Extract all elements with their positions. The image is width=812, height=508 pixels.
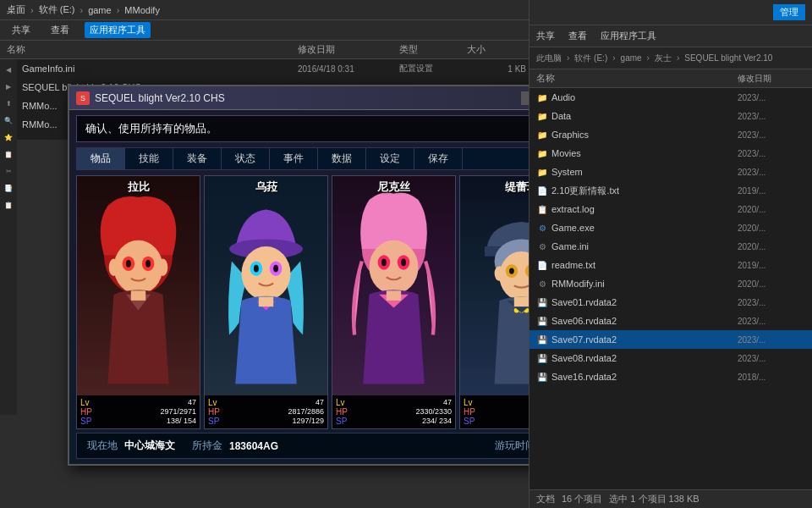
svg-point-10 bbox=[242, 246, 291, 301]
right-row-save01[interactable]: 💾 Save01.rvdata2 2023/... bbox=[529, 293, 812, 312]
character-card-3[interactable]: 尼克丝 bbox=[332, 175, 456, 429]
file-gameinfo-type: 配置设置 bbox=[399, 63, 467, 75]
dat-icon-save16: 💾 bbox=[536, 371, 548, 383]
nav-icon-4[interactable]: 🔍 bbox=[2, 113, 15, 127]
nav-icon-6[interactable]: 📋 bbox=[2, 147, 15, 161]
menu-item-event[interactable]: 事件 bbox=[270, 148, 318, 169]
dat-icon-save07: 💾 bbox=[536, 334, 548, 345]
svg-rect-35 bbox=[514, 297, 529, 307]
right-row-save07[interactable]: 💾 Save07.rvdata2 2023/... bbox=[529, 330, 812, 349]
right-row-extract[interactable]: 📋 extract.log 2020/... bbox=[529, 200, 812, 218]
svg-rect-15 bbox=[259, 297, 273, 307]
character-card-1[interactable]: 拉比 bbox=[76, 175, 200, 429]
right-file-header: 名称 修改日期 bbox=[529, 69, 812, 88]
right-date-rmmodify: 2020/... bbox=[738, 279, 805, 289]
addr-drive[interactable]: 软件 (E:) bbox=[39, 3, 75, 16]
nav-icon-8[interactable]: 📑 bbox=[2, 181, 15, 195]
nav-icon-5[interactable]: ⭐ bbox=[2, 130, 15, 144]
col-name-label: 名称 bbox=[7, 43, 298, 56]
char-hp-val-1: 2971/2971 bbox=[160, 407, 196, 417]
exe-icon-game: ⚙ bbox=[536, 222, 548, 234]
right-file-list[interactable]: 📁 Audio 2023/... 📁 Data 2023/... 📁 Graph… bbox=[529, 88, 812, 489]
right-apptools-btn[interactable]: 应用程序工具 bbox=[601, 30, 656, 42]
nav-icon-9[interactable]: 📋 bbox=[2, 198, 15, 212]
right-file-graphics: Graphics bbox=[551, 130, 734, 140]
right-date-system: 2023/... bbox=[738, 168, 805, 177]
char-hp-val-3: 2330/2330 bbox=[415, 407, 452, 417]
addr-desktop[interactable]: 桌面 bbox=[7, 3, 25, 16]
right-row-save08[interactable]: 💾 Save08.rvdata2 2023/... bbox=[529, 349, 812, 367]
game-window: S SEQUEL blight Ver2.10 CHS － □ ✕ 确认、使用所… bbox=[68, 85, 592, 466]
nav-icon-7[interactable]: ✂ bbox=[2, 164, 15, 178]
file-gameinfo-date: 2016/4/18 0:31 bbox=[298, 64, 399, 74]
app-tools-btn[interactable]: 应用程序工具 bbox=[85, 22, 151, 38]
svg-point-20 bbox=[381, 259, 387, 267]
right-address-bar[interactable]: 此电脑 › 软件 (E:) › game › 灰士 › SEQUEL bligh… bbox=[529, 47, 812, 69]
right-row-graphics[interactable]: 📁 Graphics 2023/... bbox=[529, 125, 812, 144]
right-date-gameini: 2020/... bbox=[738, 242, 805, 251]
nav-icon-1[interactable]: ◀ bbox=[2, 63, 15, 76]
gold-item: 所持金 183604AG bbox=[192, 439, 278, 453]
right-row-data[interactable]: 📁 Data 2023/... bbox=[529, 107, 812, 125]
menu-item-status[interactable]: 状态 bbox=[222, 148, 270, 169]
right-file-rmmodify: RMModify.ini bbox=[551, 279, 734, 289]
char-hp-label-1: HP bbox=[80, 407, 92, 417]
character-card-2[interactable]: 乌菈 bbox=[204, 175, 328, 429]
right-row-movies[interactable]: 📁 Movies 2023/... bbox=[529, 144, 812, 163]
char-sp-label-4: SP bbox=[464, 417, 475, 426]
top-address-bar[interactable]: 桌面 › 软件 (E:) › game › MModify bbox=[0, 0, 533, 20]
right-file-save16: Save16.rvdata2 bbox=[551, 372, 734, 382]
txt-icon-readme: 📄 bbox=[536, 259, 548, 271]
right-row-save06[interactable]: 💾 Save06.rvdata2 2023/... bbox=[529, 312, 812, 330]
right-row-rmmodify[interactable]: ⚙ RMModify.ini 2020/... bbox=[529, 274, 812, 293]
game-titlebar: S SEQUEL blight Ver2.10 CHS － □ ✕ bbox=[69, 86, 590, 110]
right-date-audio: 2023/... bbox=[738, 93, 805, 102]
right-row-gameini[interactable]: ⚙ Game.ini 2020/... bbox=[529, 237, 812, 256]
char-sp-label-1: SP bbox=[80, 417, 91, 426]
char-portrait-1: 拉比 bbox=[77, 176, 200, 395]
gold-label: 所持金 bbox=[192, 439, 222, 453]
menu-item-data[interactable]: 数据 bbox=[318, 148, 366, 169]
right-date-save01: 2023/... bbox=[738, 298, 805, 307]
char-hp-label-2: HP bbox=[208, 407, 220, 417]
menu-item-settings[interactable]: 设定 bbox=[366, 148, 414, 169]
addr-game[interactable]: game bbox=[88, 5, 112, 15]
right-share-btn[interactable]: 共享 bbox=[536, 30, 555, 42]
folder-icon-graphics: 📁 bbox=[536, 129, 548, 141]
char-sp-val-1: 138/ 154 bbox=[167, 417, 196, 426]
menu-item-save[interactable]: 保存 bbox=[414, 148, 463, 169]
char-lv-val-2: 47 bbox=[315, 398, 324, 407]
char-name-3: 尼克丝 bbox=[332, 179, 455, 195]
right-row-gameexe[interactable]: ⚙ Game.exe 2020/... bbox=[529, 218, 812, 237]
char-lv-label-2: Lv bbox=[208, 398, 217, 407]
nav-icon-3[interactable]: ⬆ bbox=[2, 97, 15, 110]
file-row-gameinfo[interactable]: ⚙ GameInfo.ini 2016/4/18 0:31 配置设置 1 KB bbox=[0, 59, 533, 78]
right-file-save08: Save08.rvdata2 bbox=[551, 353, 734, 363]
menu-item-equip[interactable]: 装备 bbox=[173, 148, 222, 169]
right-row-audio[interactable]: 📁 Audio 2023/... bbox=[529, 88, 812, 107]
game-window-title: SEQUEL blight Ver2.10 CHS bbox=[95, 92, 516, 104]
svg-point-28 bbox=[509, 268, 514, 273]
right-row-readme[interactable]: 📄 readme.txt 2019/... bbox=[529, 256, 812, 274]
manage-button[interactable]: 管理 bbox=[773, 4, 805, 20]
char-lv-val-3: 47 bbox=[443, 398, 452, 407]
char-hp-label-3: HP bbox=[336, 407, 348, 417]
right-date-notes: 2019/... bbox=[738, 186, 805, 196]
right-row-system[interactable]: 📁 System 2023/... bbox=[529, 163, 812, 181]
right-inner-toolbar: 共享 查看 应用程序工具 bbox=[529, 25, 812, 47]
char-stats-2: Lv 47 HP 2817/2886 SP 1297/129 bbox=[205, 395, 327, 428]
svg-point-17 bbox=[370, 240, 419, 295]
right-row-notes[interactable]: 📄 2.10更新情報.txt 2019/... bbox=[529, 181, 812, 200]
menu-item-items[interactable]: 物品 bbox=[77, 148, 125, 169]
file-gameinfo-name: GameInfo.ini bbox=[22, 64, 74, 74]
addr-mmodify[interactable]: MModify bbox=[124, 5, 160, 15]
svg-point-13 bbox=[254, 265, 259, 273]
location-item: 现在地 中心城海文 bbox=[87, 439, 175, 453]
share-btn[interactable]: 共享 bbox=[7, 22, 36, 38]
svg-point-7 bbox=[158, 259, 168, 276]
right-row-save16[interactable]: 💾 Save16.rvdata2 2018/... bbox=[529, 367, 812, 386]
menu-item-skills[interactable]: 技能 bbox=[125, 148, 173, 169]
right-view-btn[interactable]: 查看 bbox=[568, 30, 587, 42]
nav-icon-2[interactable]: ▶ bbox=[2, 80, 15, 93]
view-btn[interactable]: 查看 bbox=[46, 22, 74, 38]
